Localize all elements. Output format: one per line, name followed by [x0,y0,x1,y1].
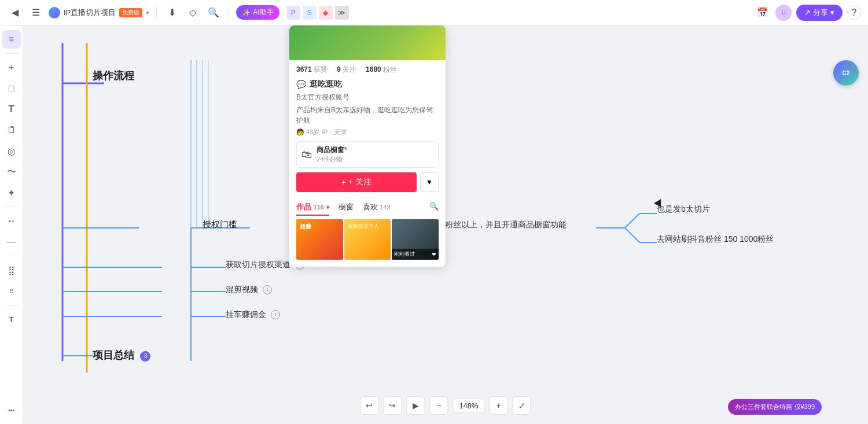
chat-icon: 💬 [296,80,306,89]
sidebar-divider-4 [5,305,19,305]
sidebar-arrow-icon[interactable]: ↔ [2,212,21,230]
sidebar-line-icon[interactable]: — [2,233,21,251]
hun-jian-info-icon[interactable]: i [263,285,272,294]
stat-fans-label: 粉丝 [383,65,397,73]
main-canvas: 操作流程 授权门槛 授权的要求抖音账号需要有1000粉丝以上，并且开通商品橱窗功… [23,25,868,424]
video-thumb-1[interactable]: 超赚 [296,219,343,260]
promo-text: 办公三件套联合特惠 仅¥399 [735,403,815,410]
node-xiang-mu[interactable]: 项目总结 3 [93,348,150,362]
sidebar-circle-icon[interactable]: ◎ [2,142,21,160]
ai-assistant-button[interactable]: ✨ AI助手 [236,5,279,20]
menu-button[interactable]: ☰ [28,5,44,21]
share-label: 分享 [813,8,828,18]
sidebar-text2-icon[interactable]: T [2,310,21,329]
node-fan-note[interactable]: 去网站刷抖音粉丝 150 1000粉丝 [657,234,774,245]
tab-shop[interactable]: 橱窗 [339,202,354,216]
zoom-level-display: 148% [453,399,484,413]
ai-label: AI助手 [253,8,273,17]
tab-icon-2[interactable]: S [303,6,317,20]
card-stats: 3671 获赞 9 关注 1680 粉丝 [296,65,439,75]
bottom-toolbar: ↩ ↪ ▶ − 148% + ⤢ [360,396,531,415]
stat-fans-val: 1680 [366,65,381,73]
search-button[interactable]: 🔍 [205,5,222,21]
sidebar-shape-icon[interactable]: □ [2,79,21,98]
sidebar-dots-icon[interactable]: ⠿ [2,282,21,300]
mindmap-container: 操作流程 授权门槛 授权的要求抖音账号需要有1000粉丝以上，并且开通商品橱窗功… [23,25,868,424]
play-button[interactable]: ▶ [406,396,425,415]
fit-button[interactable]: ⤢ [513,396,531,415]
follow-label: + 关注 [348,177,372,187]
tab-works[interactable]: 作品 116 ▾ [296,202,329,216]
sidebar-grid-icon[interactable]: ⣿ [2,261,21,279]
stat-following-val: 9 [337,65,341,73]
right-user-avatar[interactable]: C2 [833,60,859,86]
zoom-out-button[interactable]: − [429,396,448,415]
shop-info: 商品橱窗* 24件好物 [317,145,347,164]
bio-text: 产品均来自B太亲选好物，逛吃逛吃为您保驾护航 [296,105,439,126]
sidebar-text-icon[interactable]: T [2,100,21,119]
follow-row: + + 关注 ▼ [296,172,439,192]
stat-likes-label: 获赞 [314,65,328,73]
calendar-button[interactable]: 📅 [755,5,771,21]
tab-icon-4[interactable]: ≫ [335,6,349,20]
video-label-2: 我拍你这个人 [344,219,391,234]
free-badge: 免费版 [119,8,142,17]
follow-plus-icon: + [341,178,346,187]
stat-fans: 1680 粉丝 [366,65,397,75]
redo-button[interactable]: ↪ [383,396,402,415]
shop-icon: 🛍 [301,149,312,161]
zoom-in-button[interactable]: + [490,396,508,415]
card-tabs: 作品 116 ▾ 橱窗 喜欢 149 🔍 [296,197,439,216]
user-avatar[interactable]: U [775,5,792,21]
stat-following-label: 关注 [343,65,356,73]
video-thumb-3[interactable]: 刚刚看过 ❤ [392,219,439,260]
card-shop[interactable]: 🛍 商品橱窗* 24件好物 [296,141,439,168]
toolbar-logo: IP直播切片项目 免费版 ▾ [49,7,149,19]
separator-2 [229,7,229,19]
download-button[interactable]: ⬇ [164,5,180,21]
sidebar-bottom: ••• [2,401,21,419]
gua-che-text: 挂车赚佣金 [226,309,266,319]
recently-label: 刚刚看过 [394,250,415,258]
promo-banner[interactable]: 办公三件套联合特惠 仅¥399 [728,399,822,415]
tab-likes[interactable]: 喜欢 149 [363,202,391,216]
sidebar-outline-icon[interactable]: ≡ [2,30,21,49]
dropdown-button[interactable]: ▼ [420,172,439,192]
tab-search-icon[interactable]: 🔍 [429,202,439,216]
card-meta: 🧑 43岁 IP：天津 [296,128,439,137]
toolbar: ◀ ☰ IP直播切片项目 免费版 ▾ ⬇ ◇ 🔍 ✨ AI助手 P S ◆ ≫ … [0,0,868,25]
sidebar-note-icon[interactable]: 🗒 [2,121,21,139]
gua-che-info-icon[interactable]: i [271,310,280,319]
also-note-text: 也是发b太切片 [657,204,710,213]
sidebar-add-icon[interactable]: + [2,58,21,77]
tab-icon-3[interactable]: ◆ [319,6,333,20]
project-title: IP直播切片项目 [64,8,116,18]
back-button[interactable]: ◀ [7,5,23,21]
dropdown-arrow[interactable]: ▾ [146,9,149,17]
sidebar-curve-icon[interactable]: 〜 [2,163,21,181]
help-button[interactable]: ? [847,6,861,20]
tab-icon-1[interactable]: P [286,6,300,20]
qu-pian-text: 获取切片授权渠道 [226,260,290,269]
share-button[interactable]: ↗ 分享 ▾ [796,5,843,21]
follow-button[interactable]: + + 关注 [296,172,417,192]
video-thumb-2[interactable]: 我拍你这个人 [344,219,391,260]
node-hun-jian[interactable]: 混剪视频 i [226,284,272,295]
shop-name: 商品橱窗* [317,145,347,155]
node-also-note[interactable]: 也是发b太切片 [657,204,710,215]
shop-asterisk: * [344,146,347,154]
sidebar-divider-1 [5,53,19,54]
cover-image [289,25,446,60]
undo-button[interactable]: ↩ [360,396,378,415]
hun-jian-text: 混剪视频 [226,285,258,294]
sidebar-star-icon[interactable]: ✦ [2,183,21,202]
video-label-1: 超赚 [296,219,343,234]
node-gua-che[interactable]: 挂车赚佣金 i [226,309,280,320]
sidebar-more-icon[interactable]: ••• [2,401,21,419]
tab-dropdown-icon[interactable]: ▾ [326,204,329,211]
node-cao-zuo[interactable]: 操作流程 [93,69,134,83]
tag-button[interactable]: ◇ [185,5,201,21]
xiang-mu-badge[interactable]: 3 [140,351,150,362]
node-shou-quan[interactable]: 授权门槛 [203,219,237,230]
stat-likes: 3671 获赞 [296,65,328,75]
